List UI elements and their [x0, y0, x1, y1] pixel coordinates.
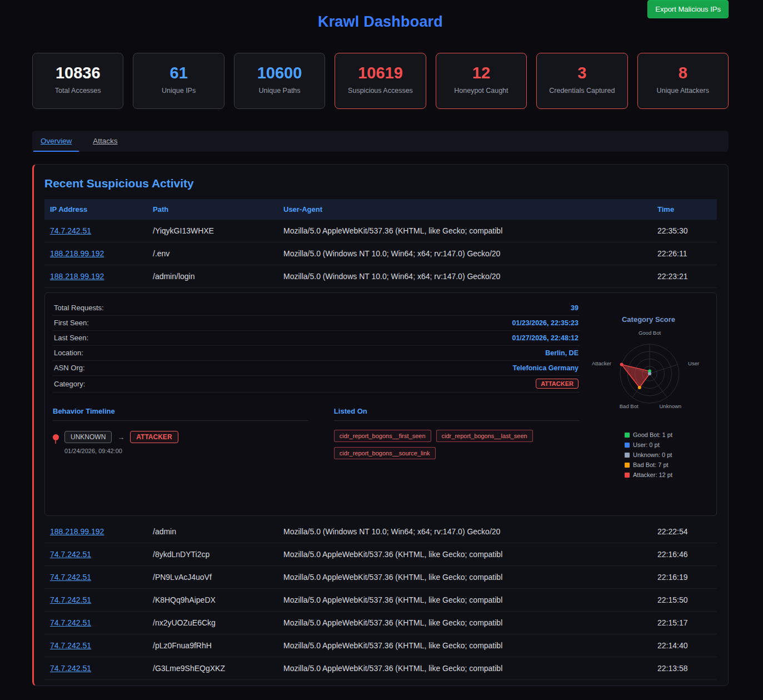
table-row[interactable]: 74.7.242.51/G3Lme9ShEQgXKZMozilla/5.0 Ap… [44, 657, 717, 680]
tab-attacks[interactable]: Attacks [86, 131, 124, 152]
ip-address-link[interactable]: 188.218.99.192 [50, 249, 104, 258]
stat-label: Unique IPs [137, 87, 220, 95]
legend-item-good-bot: Good Bot: 1 pt [625, 431, 672, 438]
radar-axis-label-user: User [688, 360, 699, 366]
user-agent-cell: Mozilla/5.0 (Windows NT 10.0; Win64; x64… [278, 265, 657, 287]
stat-card-unique-paths: 10600Unique Paths [234, 53, 325, 109]
ip-cell: 74.7.242.51 [44, 589, 147, 611]
table-rows-after-detail: 188.218.99.192/adminMozilla/5.0 (Windows… [44, 520, 717, 680]
suspicious-activity-table: IP AddressPathUser-AgentTime 74.7.242.51… [44, 199, 717, 680]
time-cell: 22:15:50 [657, 589, 717, 611]
stat-label: Total Accesses [36, 87, 119, 95]
legend-label: User: 0 pt [633, 441, 660, 448]
ip-cell: 74.7.242.51 [44, 657, 147, 679]
recent-suspicious-activity-panel: Recent Suspicious Activity IP AddressPat… [32, 164, 729, 686]
user-agent-cell: Mozilla/5.0 AppleWebKit/537.36 (KHTML, l… [278, 657, 657, 679]
detail-field-category-: Category:ATTACKER [53, 376, 580, 393]
time-cell: 22:14:40 [657, 634, 717, 657]
stat-value: 8 [641, 64, 725, 82]
ip-cell: 74.7.242.51 [44, 220, 147, 242]
category-attacker-badge: ATTACKER [536, 379, 579, 389]
legend-swatch [625, 473, 630, 478]
tab-bar: OverviewAttacks [32, 131, 729, 152]
ip-address-link[interactable]: 74.7.242.51 [50, 618, 91, 627]
legend-swatch [625, 463, 630, 468]
radar-axis-label-attacker: Attacker [592, 360, 611, 366]
blocklist-badge[interactable]: cidr_report_bogons__last_seen [436, 430, 533, 442]
timeline-timestamp: 01/24/2026, 09:42:00 [64, 448, 308, 454]
behavior-timeline-section: Behavior Timeline UNKNOWN → ATTACKER 01/… [53, 407, 308, 459]
path-cell: /8ykdLnDYTi2cp [147, 543, 278, 565]
field-label: Last Seen: [54, 334, 88, 342]
ip-address-link[interactable]: 74.7.242.51 [50, 573, 91, 582]
table-row[interactable]: 74.7.242.51/nx2yUOZuE6CkgMozilla/5.0 App… [44, 612, 717, 634]
legend-item-user: User: 0 pt [625, 441, 672, 448]
table-row[interactable]: 74.7.242.51/pLz0Fnua9fRhHMozilla/5.0 App… [44, 634, 717, 657]
arrow-right-icon: → [117, 433, 124, 441]
detail-field-last-seen-: Last Seen:01/27/2026, 22:48:12 [53, 331, 580, 346]
detail-field-first-seen-: First Seen:01/23/2026, 22:35:23 [53, 316, 580, 331]
ip-cell: 74.7.242.51 [44, 543, 147, 565]
path-cell: /admin [147, 520, 278, 543]
ip-address-link[interactable]: 74.7.242.51 [50, 664, 91, 673]
blocklist-badge[interactable]: cidr_report_bogons__first_seen [334, 430, 431, 442]
field-value: Berlin, DE [545, 349, 579, 357]
ip-address-link[interactable]: 74.7.242.51 [50, 641, 91, 650]
table-row[interactable]: 188.218.99.192/admin/loginMozilla/5.0 (W… [44, 265, 717, 288]
stats-row: 10836Total Accesses61Unique IPs10600Uniq… [32, 53, 729, 109]
stat-label: Credentials Captured [540, 87, 624, 95]
stat-value: 10836 [36, 64, 119, 82]
listed-on-title: Listed On [334, 407, 580, 421]
time-cell: 22:26:11 [657, 242, 717, 265]
stat-card-credentials-captured: 3Credentials Captured [536, 53, 627, 109]
legend-label: Unknown: 0 pt [633, 451, 672, 458]
column-header-time: Time [657, 199, 717, 220]
table-row[interactable]: 188.218.99.192/adminMozilla/5.0 (Windows… [44, 520, 717, 543]
user-agent-cell: Mozilla/5.0 AppleWebKit/537.36 (KHTML, l… [278, 634, 657, 657]
timeline-marker-icon [53, 434, 59, 440]
blocklist-badge[interactable]: cidr_report_bogons__source_link [334, 447, 436, 459]
ip-cell: 188.218.99.192 [44, 265, 147, 287]
ip-address-link[interactable]: 74.7.242.51 [50, 226, 91, 235]
tab-overview[interactable]: Overview [33, 131, 79, 152]
ip-address-link[interactable]: 188.218.99.192 [50, 272, 104, 281]
ip-address-link[interactable]: 74.7.242.51 [50, 550, 91, 559]
ip-detail-fields-section: Total Requests:39First Seen:01/23/2026, … [53, 301, 580, 508]
radar-legend: Good Bot: 1 ptUser: 0 ptUnknown: 0 ptBad… [625, 431, 672, 481]
field-label: First Seen: [54, 319, 89, 327]
detail-lower-columns: Behavior Timeline UNKNOWN → ATTACKER 01/… [53, 407, 580, 459]
table-row[interactable]: 188.218.99.192/.envMozilla/5.0 (Windows … [44, 242, 717, 265]
table-row[interactable]: 74.7.242.51/8ykdLnDYTi2cpMozilla/5.0 App… [44, 543, 717, 566]
column-header-ip-address: IP Address [44, 199, 147, 220]
time-cell: 22:22:54 [657, 520, 717, 543]
path-cell: /K8HQq9hAipeDX [147, 589, 278, 611]
export-malicious-ips-button[interactable]: Export Malicious IPs [647, 0, 729, 18]
table-header-row: IP AddressPathUser-AgentTime [44, 199, 717, 220]
timeline-entry: UNKNOWN → ATTACKER [53, 431, 308, 443]
header: Krawl Dashboard Export Malicious IPs [32, 0, 729, 31]
timeline-from-badge: UNKNOWN [64, 431, 112, 443]
table-row[interactable]: 74.7.242.51/K8HQq9hAipeDXMozilla/5.0 App… [44, 589, 717, 612]
field-value: 01/27/2026, 22:48:12 [512, 334, 579, 342]
field-value: 39 [571, 304, 579, 312]
radar-axis-label-bad-bot: Bad Bot [620, 403, 639, 409]
user-agent-cell: Mozilla/5.0 AppleWebKit/537.36 (KHTML, l… [278, 566, 657, 588]
user-agent-cell: Mozilla/5.0 AppleWebKit/537.36 (KHTML, l… [278, 543, 657, 565]
time-cell: 22:13:58 [657, 657, 717, 679]
ip-address-link[interactable]: 74.7.242.51 [50, 595, 91, 604]
column-header-path: Path [147, 199, 278, 220]
time-cell: 22:16:19 [657, 566, 717, 588]
path-cell: /pLz0Fnua9fRhH [147, 634, 278, 657]
stat-value: 61 [137, 64, 220, 82]
stat-label: Unique Paths [238, 87, 321, 95]
legend-item-attacker: Attacker: 12 pt [625, 471, 672, 478]
legend-label: Bad Bot: 7 pt [633, 461, 669, 468]
path-cell: /nx2yUOZuE6Ckg [147, 612, 278, 634]
ip-address-link[interactable]: 188.218.99.192 [50, 527, 104, 536]
user-agent-cell: Mozilla/5.0 AppleWebKit/537.36 (KHTML, l… [278, 589, 657, 611]
radar-axis-label-unknown: Unknown [659, 403, 681, 409]
table-row[interactable]: 74.7.242.51/YiqykGI13WHXEMozilla/5.0 App… [44, 220, 717, 242]
table-row[interactable]: 74.7.242.51/PN9LvAcJ4uoVfMozilla/5.0 App… [44, 566, 717, 589]
category-score-title: Category Score [589, 315, 709, 324]
stat-card-total-accesses: 10836Total Accesses [32, 53, 123, 109]
